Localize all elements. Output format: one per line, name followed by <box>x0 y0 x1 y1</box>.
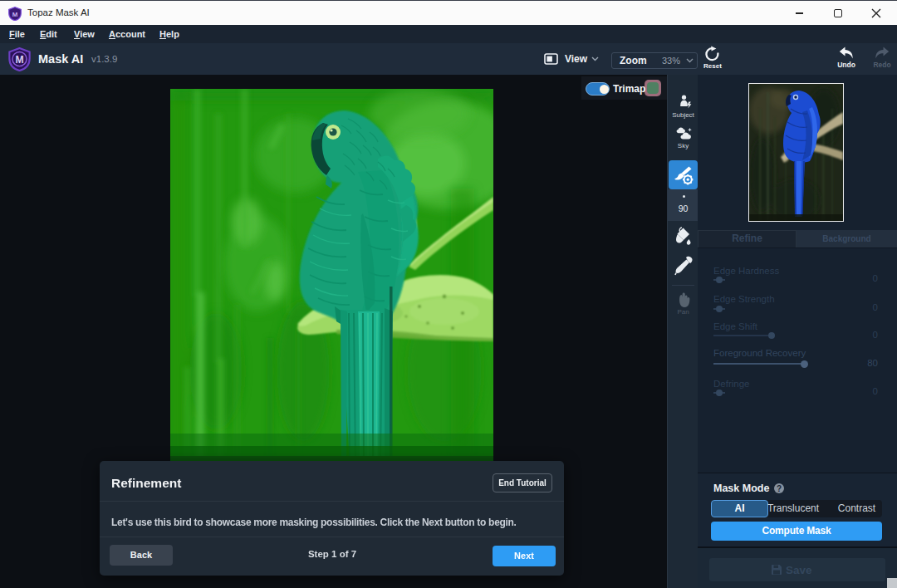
svg-text:M: M <box>12 11 18 18</box>
svg-text:M: M <box>15 54 23 66</box>
